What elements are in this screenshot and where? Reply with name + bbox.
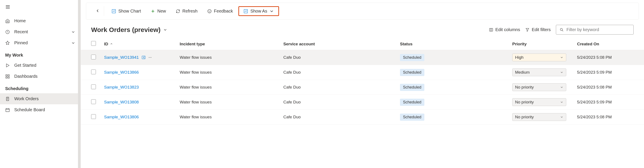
cell-incident: Water flow issues: [180, 85, 283, 90]
refresh-button[interactable]: Refresh: [172, 6, 202, 16]
cell-created: 5/24/2023 5:09 PM: [577, 70, 634, 75]
view-selector[interactable]: Work Orders (preview): [91, 26, 167, 34]
cell-created: 5/24/2023 5:08 PM: [577, 55, 634, 60]
view-title-text: Work Orders (preview): [91, 26, 160, 34]
svg-point-19: [210, 10, 210, 11]
filter-icon: [525, 28, 530, 32]
header-service[interactable]: Service account: [283, 42, 400, 46]
filter-keyword[interactable]: [556, 25, 634, 34]
row-checkbox[interactable]: [91, 99, 96, 104]
id-link[interactable]: Sample_WO13823: [104, 85, 139, 90]
header-id[interactable]: ID: [104, 42, 180, 46]
header-incident[interactable]: Incident type: [180, 42, 283, 46]
more-icon[interactable]: [148, 55, 152, 60]
cell-priority: No priority: [512, 83, 577, 91]
id-link[interactable]: Sample_WO13808: [104, 100, 139, 104]
new-button[interactable]: New: [147, 6, 170, 16]
show-as-button[interactable]: Show As: [238, 6, 279, 16]
nav-workorders[interactable]: Work Orders: [0, 93, 80, 104]
status-badge: Scheduled: [400, 99, 424, 106]
show-chart-button[interactable]: Show Chart: [108, 6, 145, 16]
cell-status: Scheduled: [400, 99, 512, 106]
header-status[interactable]: Status: [400, 42, 512, 46]
header-created[interactable]: Created On: [577, 42, 634, 46]
table-row[interactable]: Sample_WO13866Water flow issuesCafe DuoS…: [81, 65, 644, 80]
id-link[interactable]: Sample_WO13866: [104, 70, 139, 75]
nav-getstarted-label: Get Started: [14, 63, 36, 68]
svg-marker-4: [6, 64, 9, 67]
priority-value: No priority: [515, 115, 534, 120]
priority-select[interactable]: Medium: [512, 68, 566, 76]
cell-incident: Water flow issues: [180, 55, 283, 60]
home-icon: [5, 18, 10, 23]
main-content: Show Chart New Refresh Feedback Show As …: [81, 0, 644, 168]
clipboard-icon: [5, 96, 10, 101]
nav-scheduleboard[interactable]: Schedule Board: [0, 104, 80, 115]
show-as-label: Show As: [250, 9, 267, 14]
edit-columns-button[interactable]: Edit columns: [489, 27, 520, 32]
sidebar: Home Recent Pinned My Work Get Started D…: [0, 0, 81, 168]
svg-point-30: [150, 57, 150, 58]
cell-created: 5/24/2023 5:09 PM: [577, 100, 634, 104]
search-icon: [560, 28, 564, 32]
back-button[interactable]: [91, 6, 104, 16]
edit-columns-label: Edit columns: [496, 27, 520, 32]
view-header: Work Orders (preview) Edit columns Edit …: [81, 20, 644, 38]
row-checkbox[interactable]: [91, 55, 96, 60]
nav-pinned[interactable]: Pinned: [0, 37, 80, 48]
select-all[interactable]: [91, 41, 104, 47]
hamburger-menu[interactable]: [0, 2, 80, 12]
cell-created: 5/24/2023 5:08 PM: [577, 85, 634, 90]
cell-service: Cafe Duo: [283, 55, 400, 60]
edit-filters-button[interactable]: Edit filters: [525, 27, 551, 32]
svg-line-26: [562, 30, 563, 31]
table-row[interactable]: Sample_WO13823Water flow issuesCafe DuoS…: [81, 80, 644, 95]
filter-keyword-input[interactable]: [566, 27, 630, 32]
nav-home[interactable]: Home: [0, 15, 80, 26]
cell-created: 5/24/2023 5:08 PM: [577, 115, 634, 120]
cell-status: Scheduled: [400, 114, 512, 121]
table-row[interactable]: Sample_WO13806Water flow issuesCafe DuoS…: [81, 110, 644, 124]
svg-point-18: [208, 10, 209, 11]
sidebar-scrollbar[interactable]: [78, 0, 80, 168]
status-badge: Scheduled: [400, 69, 424, 76]
id-link[interactable]: Sample_WO13941: [104, 55, 139, 60]
nav-recent[interactable]: Recent: [0, 26, 80, 37]
priority-select[interactable]: No priority: [512, 83, 566, 91]
priority-select[interactable]: High: [512, 54, 566, 61]
header-id-label: ID: [104, 42, 108, 46]
grid-header: ID Incident type Service account Status …: [81, 38, 644, 50]
grid: ID Incident type Service account Status …: [81, 38, 644, 168]
cell-status: Scheduled: [400, 54, 512, 61]
cell-incident: Water flow issues: [180, 70, 283, 75]
priority-select[interactable]: No priority: [512, 113, 566, 121]
open-pane-icon[interactable]: [142, 55, 146, 60]
priority-value: Medium: [515, 70, 530, 75]
row-checkbox[interactable]: [91, 114, 96, 119]
id-link[interactable]: Sample_WO13806: [104, 115, 139, 120]
table-row[interactable]: Sample_WO13808Water flow issuesCafe DuoS…: [81, 95, 644, 110]
cell-status: Scheduled: [400, 84, 512, 91]
select-all-checkbox[interactable]: [91, 41, 96, 46]
play-icon: [5, 63, 10, 68]
svg-rect-6: [8, 74, 9, 76]
priority-select[interactable]: No priority: [512, 98, 566, 106]
cell-status: Scheduled: [400, 69, 512, 76]
svg-point-29: [148, 57, 149, 58]
svg-point-17: [208, 9, 211, 13]
nav-getstarted[interactable]: Get Started: [0, 60, 80, 71]
sort-asc-icon: [110, 42, 113, 46]
table-row[interactable]: Sample_WO13941Water flow issuesCafe DuoS…: [81, 50, 644, 65]
nav-dashboards[interactable]: Dashboards: [0, 71, 80, 82]
row-checkbox[interactable]: [91, 84, 96, 89]
row-checkbox[interactable]: [91, 70, 96, 74]
svg-rect-10: [6, 108, 10, 112]
cell-priority: No priority: [512, 113, 577, 121]
pin-icon: [5, 40, 10, 45]
svg-point-25: [560, 28, 562, 30]
chevron-down-icon: [71, 41, 75, 45]
status-badge: Scheduled: [400, 114, 424, 121]
header-priority[interactable]: Priority: [512, 42, 577, 46]
feedback-button[interactable]: Feedback: [203, 6, 237, 16]
chevron-down-icon: [71, 30, 75, 34]
